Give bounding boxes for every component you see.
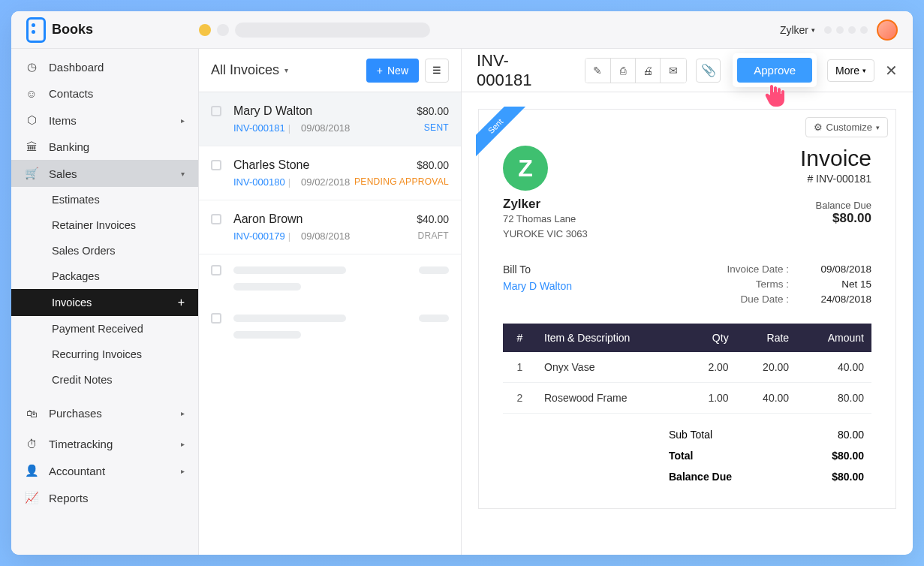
doc-type: Invoice [800, 146, 871, 171]
company-name: Zylker [503, 197, 588, 212]
list-menu-button[interactable]: ☰ [425, 59, 449, 83]
company-address-2: YUROKE VIC 3063 [503, 227, 588, 242]
line-item-row: 1Onyx Vase2.0020.0040.00 [503, 352, 871, 383]
printer-icon: 🖨 [643, 65, 653, 77]
invoice-row[interactable]: Mary D Walton$80.00 INV-000181|09/08/201… [199, 92, 461, 146]
dashboard-icon: ◷ [25, 60, 38, 74]
line-items-table: # Item & Description Qty Rate Amount 1On… [503, 324, 871, 414]
nav-label: Packages [52, 270, 100, 282]
total-value: $80.00 [832, 450, 864, 462]
print-button[interactable]: 🖨 [636, 59, 661, 83]
chevron-right-icon: ▸ [181, 409, 185, 417]
nav-sales-orders[interactable]: Sales Orders [11, 238, 198, 263]
nav-label: Sales Orders [52, 245, 116, 257]
mail-icon: ✉ [669, 65, 678, 77]
topbar-icon-1[interactable] [824, 26, 832, 34]
line-item-row: 2Rosewood Frame1.0040.0080.00 [503, 383, 871, 414]
invoice-date: 09/02/2018 [301, 176, 350, 188]
books-logo-icon [26, 17, 46, 43]
chevron-down-icon: ▾ [876, 124, 880, 131]
chevron-right-icon: ▸ [181, 116, 185, 125]
nav-credit-notes[interactable]: Credit Notes [11, 367, 198, 393]
nav-timetracking[interactable]: ⏱Timetracking▸ [11, 431, 198, 457]
nav-label: Dashboard [49, 61, 104, 74]
dot-grey [217, 24, 229, 36]
items-icon: ⬡ [25, 113, 38, 127]
totals-block: Sub Total80.00 Total$80.00 Balance Due$8… [661, 424, 871, 487]
row-checkbox[interactable] [211, 160, 221, 170]
approve-button[interactable]: Approve [737, 58, 812, 83]
terms-value: Net 15 [804, 278, 871, 290]
status-badge: SENT [424, 122, 449, 134]
close-button[interactable]: ✕ [885, 62, 898, 80]
row-checkbox[interactable] [211, 214, 221, 224]
balance-label: Balance Due [800, 200, 871, 211]
pdf-icon: ⎙ [620, 65, 626, 77]
nav-label: Invoices [52, 297, 92, 309]
list-filter-dropdown[interactable]: All Invoices ▾ [211, 62, 288, 78]
terms-label: Terms : [714, 278, 789, 290]
new-invoice-button[interactable]: + New [366, 59, 419, 83]
nav-purchases[interactable]: 🛍Purchases▸ [11, 400, 198, 426]
due-date: 24/08/2018 [804, 294, 871, 305]
invoice-date-label: Invoice Date : [714, 263, 789, 275]
invoice-list-pane: All Invoices ▾ + New ☰ Mary D Walton$80.… [199, 49, 462, 555]
attachment-button[interactable]: 📎 [696, 59, 721, 83]
item-num: 2 [503, 383, 537, 414]
nav-packages[interactable]: Packages [11, 263, 198, 289]
nav-banking[interactable]: 🏛Banking [11, 134, 198, 160]
customize-button[interactable]: ⚙ Customize ▾ [805, 117, 888, 137]
nav-sales[interactable]: 🛒Sales▾ [11, 160, 198, 187]
row-checkbox[interactable] [211, 106, 221, 116]
row-amount: $80.00 [417, 159, 449, 171]
nav-recurring-invoices[interactable]: Recurring Invoices [11, 342, 198, 367]
nav-label: Recurring Invoices [52, 348, 142, 360]
org-switcher[interactable]: Zylker ▾ [780, 24, 815, 36]
invoice-row[interactable]: Charles Stone$80.00 INV-000180|09/02/201… [199, 146, 461, 200]
pdf-button[interactable]: ⎙ [611, 59, 636, 83]
more-button[interactable]: More ▾ [827, 59, 874, 82]
chevron-right-icon: ▸ [181, 467, 185, 475]
app-window: Books Zylker ▾ ◷Dashboard ☺Contacts ⬡It [11, 11, 913, 555]
item-desc: Rosewood Frame [537, 383, 685, 414]
topbar-icon-3[interactable] [848, 26, 856, 34]
bill-meta-row: Bill To Mary D Walton Invoice Date :09/0… [503, 263, 871, 309]
nav-label: Credit Notes [52, 374, 113, 386]
row-checkbox[interactable] [211, 265, 221, 275]
nav-contacts[interactable]: ☺Contacts [11, 80, 198, 107]
edit-button[interactable]: ✎ [585, 59, 610, 83]
nav-accountant[interactable]: 👤Accountant▸ [11, 457, 198, 484]
brand: Books [26, 17, 199, 43]
col-rate: Rate [736, 324, 797, 352]
nav-label: Contacts [49, 87, 93, 100]
nav-estimates[interactable]: Estimates [11, 187, 198, 212]
search-placeholder-bar[interactable] [235, 23, 430, 38]
topbar-icon-4[interactable] [860, 26, 868, 34]
meta-table: Invoice Date :09/08/2018 Terms :Net 15 D… [714, 263, 871, 309]
nav-label: Items [49, 114, 77, 127]
nav-invoices[interactable]: Invoices + [11, 289, 198, 316]
button-label: New [387, 65, 408, 77]
nav-reports[interactable]: 📈Reports [11, 484, 198, 511]
invoice-row[interactable]: Aaron Brown$40.00 INV-000179|09/08/2018D… [199, 200, 461, 254]
nav-items[interactable]: ⬡Items▸ [11, 107, 198, 134]
plus-icon[interactable]: + [178, 296, 185, 309]
nav-label: Payment Received [52, 323, 143, 335]
company-block: Z Zylker 72 Thomas Lane YUROKE VIC 3063 [503, 146, 588, 241]
topbar-icon-2[interactable] [836, 26, 844, 34]
nav-payment-received[interactable]: Payment Received [11, 316, 198, 342]
user-avatar[interactable] [877, 20, 898, 41]
nav-label: Banking [49, 140, 89, 153]
email-button[interactable]: ✉ [661, 59, 685, 83]
doc-header: Z Zylker 72 Thomas Lane YUROKE VIC 3063 … [503, 146, 871, 241]
bill-to-name[interactable]: Mary D Walton [503, 280, 572, 292]
col-amount: Amount [796, 324, 871, 352]
item-amount: 80.00 [796, 383, 871, 414]
invoice-date: 09/08/2018 [301, 122, 350, 134]
nav-dashboard[interactable]: ◷Dashboard [11, 53, 198, 80]
nav-retainer-invoices[interactable]: Retainer Invoices [11, 212, 198, 238]
row-checkbox[interactable] [211, 313, 221, 324]
list-actions: + New ☰ [366, 59, 449, 83]
paperclip-icon: 📎 [701, 63, 716, 77]
topbar: Books Zylker ▾ [11, 11, 913, 49]
